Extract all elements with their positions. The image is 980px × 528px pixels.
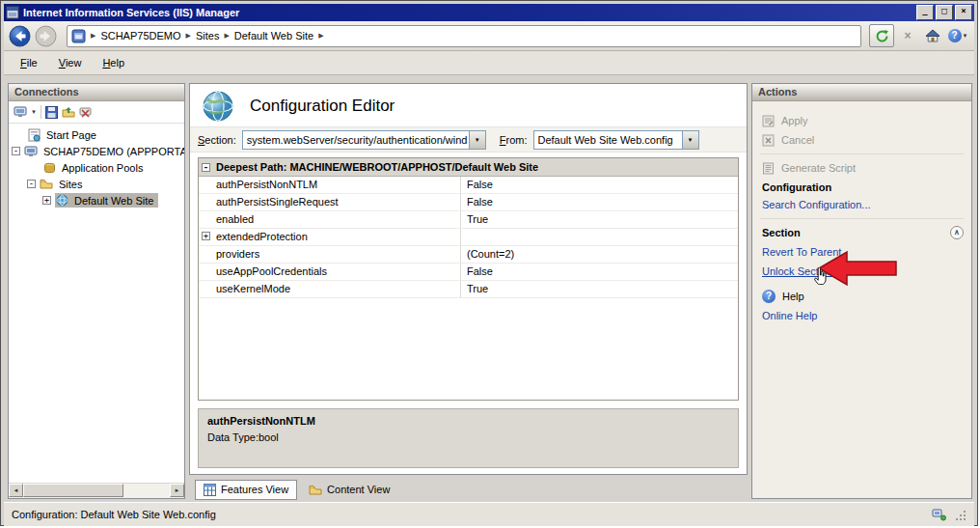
action-label: Apply xyxy=(781,115,808,126)
action-label[interactable]: Online Help xyxy=(762,310,817,321)
maximize-button[interactable]: □ xyxy=(936,5,953,20)
breadcrumb-item-default-web-site[interactable]: Default Web Site xyxy=(234,30,313,42)
navigation-bar: ▶ SCHAP75DEMO ▶ Sites ▶ Default Web Site… xyxy=(4,21,974,51)
grid-group-header[interactable]: - Deepest Path: MACHINE/WEBROOT/APPHOST/… xyxy=(199,158,738,177)
tree-item-start-page[interactable]: Start Page xyxy=(9,126,184,143)
close-button[interactable]: × xyxy=(955,5,972,20)
save-connections-button[interactable] xyxy=(45,106,58,119)
help-menu-button[interactable]: ? ▼ xyxy=(946,25,969,46)
toolbar-divider xyxy=(41,105,41,119)
tree-item-default-web-site[interactable]: + Default Web Site xyxy=(9,192,184,208)
close-x-icon: × xyxy=(904,29,911,42)
property-value[interactable]: False xyxy=(461,264,493,280)
features-view-icon xyxy=(204,484,216,496)
property-value[interactable]: True xyxy=(461,211,488,228)
grid-row[interactable]: authPersistNonNTLM False xyxy=(199,177,738,194)
tree-item-label: Sites xyxy=(57,179,84,190)
app-icon xyxy=(6,6,19,19)
up-level-button[interactable] xyxy=(62,106,75,118)
scrollbar-track[interactable] xyxy=(123,484,170,498)
actions-divider xyxy=(760,153,964,154)
from-label: From: xyxy=(500,134,528,146)
property-name: extendedProtection xyxy=(199,229,461,245)
window-title: Internet Information Services (IIS) Mana… xyxy=(23,7,914,18)
help-button[interactable]: ? Help xyxy=(752,287,971,306)
grid-row[interactable]: useAppPoolCredentials False xyxy=(199,264,738,281)
grid-row[interactable]: + extendedProtection xyxy=(199,229,738,246)
property-name: providers xyxy=(199,246,461,263)
tab-features-view[interactable]: Features View xyxy=(195,480,297,500)
generate-script-button: Generate Script xyxy=(752,158,971,178)
menu-view[interactable]: View xyxy=(50,54,91,71)
grid-row[interactable]: enabled True xyxy=(199,211,738,229)
new-connection-button[interactable] xyxy=(14,106,27,118)
breadcrumb-item-sites[interactable]: Sites xyxy=(196,30,219,42)
menu-file[interactable]: File xyxy=(12,54,46,71)
chevron-down-icon[interactable]: ▼ xyxy=(469,131,485,149)
selected-property-type: Data Type:bool xyxy=(207,431,729,443)
actions-panel: Actions Apply Cancel xyxy=(751,83,972,499)
tree-item-label: Start Page xyxy=(44,129,98,141)
expand-icon[interactable]: + xyxy=(202,232,210,240)
server-icon xyxy=(24,146,38,157)
section-group-label: Section xyxy=(762,227,801,238)
property-value[interactable]: (Count=2) xyxy=(461,246,514,263)
from-combobox[interactable]: Default Web Site Web.config ▼ xyxy=(533,130,699,150)
from-combobox-value: Default Web Site Web.config xyxy=(534,134,682,146)
application-pools-icon xyxy=(43,162,56,174)
collapse-icon[interactable]: - xyxy=(12,147,20,155)
chevron-down-icon[interactable]: ▼ xyxy=(31,109,37,115)
refresh-button[interactable] xyxy=(869,24,894,47)
grid-row[interactable]: useKernelMode True xyxy=(199,281,738,298)
title-bar[interactable]: Internet Information Services (IIS) Mana… xyxy=(4,4,974,21)
back-button[interactable] xyxy=(9,25,31,47)
cancel-button: Cancel xyxy=(752,130,971,150)
resize-grip[interactable] xyxy=(954,509,966,521)
tree-item-server[interactable]: - SCHAP75DEMO (APPPORTAL xyxy=(9,143,184,159)
iis-manager-window: Internet Information Services (IIS) Mana… xyxy=(0,0,978,526)
section-group-header: Section ∧ xyxy=(752,223,971,242)
property-value[interactable] xyxy=(461,229,467,245)
grid-group-header-label: Deepest Path: MACHINE/WEBROOT/APPHOST/De… xyxy=(216,161,538,173)
scroll-left-icon[interactable]: ◄ xyxy=(9,484,23,497)
online-help-link[interactable]: Online Help xyxy=(752,306,971,325)
selected-tree-item[interactable]: Default Web Site xyxy=(55,193,158,208)
property-name: authPersistSingleRequest xyxy=(199,194,461,210)
forward-button[interactable] xyxy=(35,25,57,47)
horizontal-scrollbar[interactable]: ◄ ► xyxy=(9,483,184,498)
scrollbar-thumb[interactable] xyxy=(23,484,123,497)
action-label: Cancel xyxy=(781,134,814,146)
content-view-icon xyxy=(309,485,322,495)
action-label: Generate Script xyxy=(781,162,856,174)
breadcrumb-item-server[interactable]: SCHAP75DEMO xyxy=(100,30,180,42)
collapse-chevron-icon[interactable]: ∧ xyxy=(950,226,964,239)
expand-icon[interactable]: + xyxy=(42,196,51,205)
menu-help[interactable]: Help xyxy=(94,54,133,71)
tab-content-view[interactable]: Content View xyxy=(301,481,397,498)
globe-icon xyxy=(202,90,234,123)
property-value[interactable]: True xyxy=(461,281,488,297)
grid-row[interactable]: authPersistSingleRequest False xyxy=(199,194,738,211)
grid-row[interactable]: providers (Count=2) xyxy=(199,246,738,264)
search-configuration-link[interactable]: Search Configuration... xyxy=(752,195,971,214)
tree-item-application-pools[interactable]: Application Pools xyxy=(9,159,184,176)
collapse-icon[interactable]: - xyxy=(202,163,210,172)
chevron-down-icon[interactable]: ▼ xyxy=(682,131,698,149)
section-combobox[interactable]: system.webServer/security/authentication… xyxy=(242,130,486,150)
workspace: Connections ▼ xyxy=(4,75,974,502)
network-status-icon xyxy=(932,509,946,521)
scroll-right-icon[interactable]: ► xyxy=(170,484,184,497)
actions-header: Actions xyxy=(752,84,971,101)
collapse-icon[interactable]: - xyxy=(27,180,36,188)
minimize-button[interactable]: _ xyxy=(916,5,934,20)
delete-connection-button[interactable] xyxy=(79,106,92,119)
property-name: authPersistNonNTLM xyxy=(199,177,461,193)
property-value[interactable]: False xyxy=(461,177,493,193)
property-value[interactable]: False xyxy=(461,194,493,210)
tree-item-sites[interactable]: - Sites xyxy=(9,176,184,192)
page-title: Configuration Editor xyxy=(250,97,395,116)
action-label[interactable]: Search Configuration... xyxy=(762,199,871,210)
home-button[interactable] xyxy=(921,25,944,46)
connections-tree: Start Page - SCHAP75DEMO (APPPORTAL Appl… xyxy=(9,124,184,208)
tab-label: Features View xyxy=(221,484,288,495)
